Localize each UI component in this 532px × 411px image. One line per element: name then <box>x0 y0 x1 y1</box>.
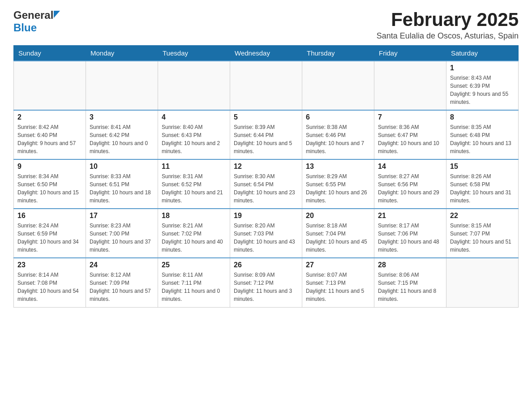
day-number: 24 <box>90 261 154 269</box>
day-number: 14 <box>378 163 442 171</box>
calendar-cell: 2Sunrise: 8:42 AMSunset: 6:40 PMDaylight… <box>14 110 86 159</box>
day-info: Sunrise: 8:29 AMSunset: 6:55 PMDaylight:… <box>306 172 370 205</box>
calendar-cell: 14Sunrise: 8:27 AMSunset: 6:56 PMDayligh… <box>374 159 446 209</box>
day-number: 19 <box>234 212 298 220</box>
day-info: Sunrise: 8:11 AMSunset: 7:11 PMDaylight:… <box>162 271 226 303</box>
day-number: 15 <box>450 163 515 171</box>
day-info: Sunrise: 8:18 AMSunset: 7:04 PMDaylight:… <box>306 222 370 254</box>
day-number: 5 <box>234 113 298 121</box>
calendar-cell: 24Sunrise: 8:12 AMSunset: 7:09 PMDayligh… <box>86 258 158 307</box>
day-info: Sunrise: 8:15 AMSunset: 7:07 PMDaylight:… <box>450 222 515 254</box>
calendar-cell: 12Sunrise: 8:30 AMSunset: 6:54 PMDayligh… <box>230 159 302 209</box>
day-number: 3 <box>90 113 154 121</box>
calendar-cell <box>14 61 86 110</box>
day-number: 2 <box>17 113 82 121</box>
calendar-cell: 5Sunrise: 8:39 AMSunset: 6:44 PMDaylight… <box>230 110 302 159</box>
calendar-cell <box>302 61 374 110</box>
day-number: 28 <box>378 261 442 269</box>
day-number: 26 <box>234 261 298 269</box>
week-row-4: 16Sunrise: 8:24 AMSunset: 6:59 PMDayligh… <box>14 209 519 258</box>
calendar-cell: 23Sunrise: 8:14 AMSunset: 7:08 PMDayligh… <box>14 258 86 307</box>
calendar-cell: 21Sunrise: 8:17 AMSunset: 7:06 PMDayligh… <box>374 209 446 258</box>
day-number: 11 <box>162 163 226 171</box>
calendar-cell: 8Sunrise: 8:35 AMSunset: 6:48 PMDaylight… <box>446 110 519 159</box>
svg-marker-0 <box>54 11 60 18</box>
calendar-cell: 4Sunrise: 8:40 AMSunset: 6:43 PMDaylight… <box>158 110 230 159</box>
day-info: Sunrise: 8:27 AMSunset: 6:56 PMDaylight:… <box>378 172 442 205</box>
day-info: Sunrise: 8:23 AMSunset: 7:00 PMDaylight:… <box>90 222 154 254</box>
day-info: Sunrise: 8:07 AMSunset: 7:13 PMDaylight:… <box>306 271 370 303</box>
week-row-5: 23Sunrise: 8:14 AMSunset: 7:08 PMDayligh… <box>14 258 519 307</box>
day-info: Sunrise: 8:33 AMSunset: 6:51 PMDaylight:… <box>90 172 154 205</box>
day-info: Sunrise: 8:40 AMSunset: 6:43 PMDaylight:… <box>162 123 226 155</box>
calendar-cell: 3Sunrise: 8:41 AMSunset: 6:42 PMDaylight… <box>86 110 158 159</box>
calendar-cell: 1Sunrise: 8:43 AMSunset: 6:39 PMDaylight… <box>446 61 519 110</box>
week-row-3: 9Sunrise: 8:34 AMSunset: 6:50 PMDaylight… <box>14 159 519 209</box>
title-section: February 2025 Santa Eulalia de Oscos, As… <box>377 9 519 41</box>
day-number: 22 <box>450 212 515 220</box>
calendar-cell: 9Sunrise: 8:34 AMSunset: 6:50 PMDaylight… <box>14 159 86 209</box>
calendar-cell: 19Sunrise: 8:20 AMSunset: 7:03 PMDayligh… <box>230 209 302 258</box>
calendar-table: SundayMondayTuesdayWednesdayThursdayFrid… <box>13 45 519 308</box>
day-number: 10 <box>90 163 154 171</box>
weekday-header-tuesday: Tuesday <box>158 46 230 61</box>
week-row-1: 1Sunrise: 8:43 AMSunset: 6:39 PMDaylight… <box>14 61 519 110</box>
calendar-cell: 22Sunrise: 8:15 AMSunset: 7:07 PMDayligh… <box>446 209 519 258</box>
weekday-header-sunday: Sunday <box>14 46 86 61</box>
calendar-cell <box>86 61 158 110</box>
day-info: Sunrise: 8:43 AMSunset: 6:39 PMDaylight:… <box>450 74 515 106</box>
calendar-cell <box>230 61 302 110</box>
page-header: General Blue February 2025 Santa Eulalia… <box>13 9 519 41</box>
calendar-cell: 6Sunrise: 8:38 AMSunset: 6:46 PMDaylight… <box>302 110 374 159</box>
calendar-cell: 28Sunrise: 8:06 AMSunset: 7:15 PMDayligh… <box>374 258 446 307</box>
logo-general-text: General <box>13 9 53 21</box>
calendar-cell <box>158 61 230 110</box>
day-number: 23 <box>17 261 82 269</box>
calendar-cell: 25Sunrise: 8:11 AMSunset: 7:11 PMDayligh… <box>158 258 230 307</box>
calendar-cell: 13Sunrise: 8:29 AMSunset: 6:55 PMDayligh… <box>302 159 374 209</box>
calendar-cell: 20Sunrise: 8:18 AMSunset: 7:04 PMDayligh… <box>302 209 374 258</box>
day-number: 21 <box>378 212 442 220</box>
day-number: 4 <box>162 113 226 121</box>
day-number: 8 <box>450 113 515 121</box>
week-row-2: 2Sunrise: 8:42 AMSunset: 6:40 PMDaylight… <box>14 110 519 159</box>
calendar-cell <box>374 61 446 110</box>
day-number: 17 <box>90 212 154 220</box>
day-info: Sunrise: 8:24 AMSunset: 6:59 PMDaylight:… <box>17 222 82 254</box>
day-info: Sunrise: 8:14 AMSunset: 7:08 PMDaylight:… <box>17 271 82 303</box>
day-info: Sunrise: 8:21 AMSunset: 7:02 PMDaylight:… <box>162 222 226 254</box>
calendar-cell <box>446 258 519 307</box>
calendar-cell: 7Sunrise: 8:36 AMSunset: 6:47 PMDaylight… <box>374 110 446 159</box>
location-subtitle: Santa Eulalia de Oscos, Asturias, Spain <box>377 31 519 41</box>
day-number: 7 <box>378 113 442 121</box>
calendar-cell: 27Sunrise: 8:07 AMSunset: 7:13 PMDayligh… <box>302 258 374 307</box>
calendar-cell: 11Sunrise: 8:31 AMSunset: 6:52 PMDayligh… <box>158 159 230 209</box>
calendar-cell: 15Sunrise: 8:26 AMSunset: 6:58 PMDayligh… <box>446 159 519 209</box>
day-number: 9 <box>17 163 82 171</box>
weekday-header-row: SundayMondayTuesdayWednesdayThursdayFrid… <box>14 46 519 61</box>
day-info: Sunrise: 8:12 AMSunset: 7:09 PMDaylight:… <box>90 271 154 303</box>
day-info: Sunrise: 8:06 AMSunset: 7:15 PMDaylight:… <box>378 271 442 303</box>
weekday-header-wednesday: Wednesday <box>230 46 302 61</box>
calendar-cell: 26Sunrise: 8:09 AMSunset: 7:12 PMDayligh… <box>230 258 302 307</box>
day-info: Sunrise: 8:31 AMSunset: 6:52 PMDaylight:… <box>162 172 226 205</box>
day-info: Sunrise: 8:20 AMSunset: 7:03 PMDaylight:… <box>234 222 298 254</box>
day-info: Sunrise: 8:30 AMSunset: 6:54 PMDaylight:… <box>234 172 298 205</box>
day-number: 1 <box>450 64 515 72</box>
day-number: 18 <box>162 212 226 220</box>
day-number: 25 <box>162 261 226 269</box>
day-info: Sunrise: 8:39 AMSunset: 6:44 PMDaylight:… <box>234 123 298 155</box>
calendar-cell: 17Sunrise: 8:23 AMSunset: 7:00 PMDayligh… <box>86 209 158 258</box>
weekday-header-monday: Monday <box>86 46 158 61</box>
day-info: Sunrise: 8:42 AMSunset: 6:40 PMDaylight:… <box>17 123 82 155</box>
day-number: 20 <box>306 212 370 220</box>
day-number: 6 <box>306 113 370 121</box>
logo: General Blue <box>13 9 60 34</box>
logo-triangle-icon <box>54 11 60 20</box>
day-info: Sunrise: 8:36 AMSunset: 6:47 PMDaylight:… <box>378 123 442 155</box>
calendar-cell: 16Sunrise: 8:24 AMSunset: 6:59 PMDayligh… <box>14 209 86 258</box>
calendar-cell: 10Sunrise: 8:33 AMSunset: 6:51 PMDayligh… <box>86 159 158 209</box>
weekday-header-friday: Friday <box>374 46 446 61</box>
day-info: Sunrise: 8:38 AMSunset: 6:46 PMDaylight:… <box>306 123 370 155</box>
day-number: 12 <box>234 163 298 171</box>
